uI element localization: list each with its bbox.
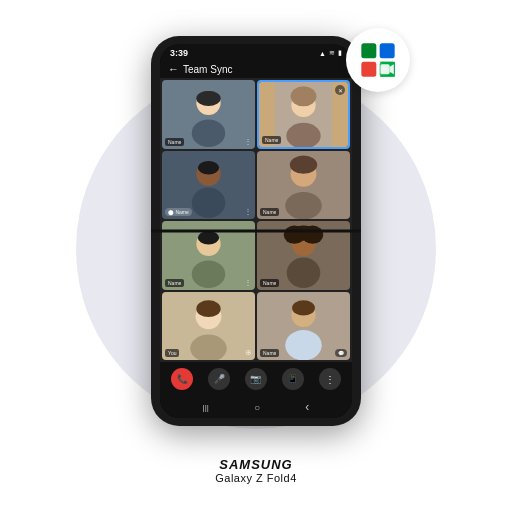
cell-name-6: Name <box>260 279 279 287</box>
share-button[interactable]: 📱 <box>282 368 304 390</box>
call-title: Team Sync <box>183 64 232 75</box>
cell-options-1: ⋮ <box>244 137 252 146</box>
meet-logo-svg <box>358 40 398 80</box>
cell-name-4: Name <box>260 208 279 216</box>
video-cell-3: ⬤ Name ⋮ <box>162 151 255 220</box>
svg-point-27 <box>198 231 219 245</box>
call-controls: 📞 🎤 📷 📱 ⋮ <box>160 362 352 396</box>
cell-name-7: You <box>165 349 179 357</box>
svg-point-18 <box>192 187 225 217</box>
svg-point-10 <box>192 120 225 147</box>
cell-options-5: ⋮ <box>244 278 252 287</box>
cell-name-3: ⬤ Name <box>165 208 192 216</box>
cell-name-1: Name <box>165 138 184 146</box>
more-button[interactable]: ⋮ <box>319 368 341 390</box>
scene: 3:39 ▲ ≋ ▮ ← Team Sync <box>0 0 512 512</box>
svg-point-19 <box>198 160 219 174</box>
svg-rect-2 <box>361 62 376 77</box>
svg-point-37 <box>196 300 220 317</box>
back-button[interactable]: ← <box>168 63 179 75</box>
cell-name-8: Name <box>260 349 279 357</box>
camera-button[interactable]: 📷 <box>245 368 267 390</box>
mute-button[interactable]: 🎤 <box>208 368 230 390</box>
battery-icon: ▮ <box>338 49 342 57</box>
cell-options-7: ⊕ <box>245 348 252 357</box>
end-call-icon: 📞 <box>177 374 188 384</box>
video-cell-2: Name ✕ <box>257 80 350 149</box>
svg-point-40 <box>285 330 322 360</box>
samsung-brand-name: SAMSUNG <box>215 457 297 472</box>
back-nav-button[interactable]: ‹ <box>305 400 309 414</box>
video-cell-8: Name 💬 <box>257 292 350 361</box>
phone-device: 3:39 ▲ ≋ ▮ ← Team Sync <box>151 36 361 426</box>
camera-icon: 📷 <box>250 374 261 384</box>
svg-rect-0 <box>361 43 376 58</box>
more-icon: ⋮ <box>325 374 335 385</box>
samsung-branding: SAMSUNG Galaxy Z Fold4 <box>215 457 297 484</box>
muted-badge-2: ✕ <box>335 85 345 95</box>
samsung-model-name: Galaxy Z Fold4 <box>215 472 297 484</box>
navigation-bar: ||| ○ ‹ <box>160 396 352 418</box>
cell-name-2: Name <box>262 136 281 144</box>
cell-options-3: ⋮ <box>244 207 252 216</box>
video-cell-7: You ⊕ <box>162 292 255 361</box>
fold-line <box>151 230 361 233</box>
svg-point-23 <box>290 155 317 173</box>
video-cell-1: Name ⋮ <box>162 80 255 149</box>
svg-point-41 <box>292 300 315 315</box>
status-bar: 3:39 ▲ ≋ ▮ <box>160 44 352 60</box>
header-bar: ← Team Sync <box>160 60 352 78</box>
svg-rect-1 <box>380 43 395 58</box>
end-call-button[interactable]: 📞 <box>171 368 193 390</box>
svg-point-22 <box>285 192 322 219</box>
share-icon: 📱 <box>287 374 298 384</box>
cell-name-5: Name <box>165 279 184 287</box>
signal-icon: ▲ <box>319 50 326 57</box>
svg-rect-6 <box>381 64 390 74</box>
status-time: 3:39 <box>170 48 188 58</box>
meet-icon <box>346 28 410 92</box>
svg-point-26 <box>192 261 225 288</box>
chat-badge-8: 💬 <box>335 349 347 357</box>
svg-point-30 <box>287 258 320 288</box>
svg-point-11 <box>196 91 220 106</box>
home-nav-icon[interactable]: ||| <box>203 403 209 412</box>
home-button[interactable]: ○ <box>254 402 260 413</box>
status-icons: ▲ ≋ ▮ <box>319 49 342 57</box>
wifi-icon: ≋ <box>329 49 335 57</box>
video-grid: Name ⋮ Name ✕ <box>160 78 352 362</box>
svg-point-33 <box>291 226 315 241</box>
video-cell-4: Name <box>257 151 350 220</box>
svg-point-15 <box>291 86 317 106</box>
mic-icon: 🎤 <box>214 374 225 384</box>
